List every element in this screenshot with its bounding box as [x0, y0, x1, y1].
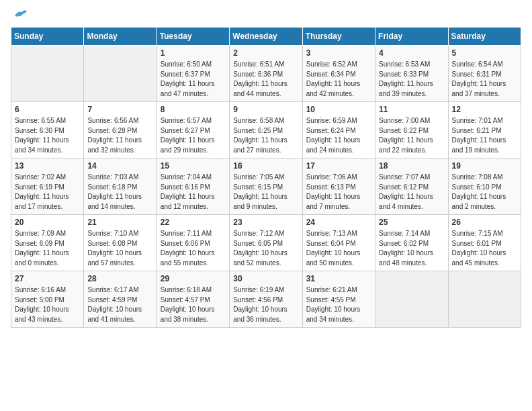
calendar-cell — [448, 271, 521, 328]
day-info: Sunrise: 7:15 AM Sunset: 6:01 PM Dayligh… — [452, 229, 517, 268]
calendar-cell — [11, 46, 84, 102]
day-number: 12 — [452, 105, 517, 114]
calendar-cell: 27Sunrise: 6:16 AM Sunset: 5:00 PM Dayli… — [11, 271, 84, 328]
calendar-cell: 11Sunrise: 7:00 AM Sunset: 6:22 PM Dayli… — [375, 102, 448, 158]
day-number: 30 — [233, 274, 298, 283]
day-info: Sunrise: 6:56 AM Sunset: 6:28 PM Dayligh… — [87, 116, 152, 155]
calendar-week-row: 13Sunrise: 7:02 AM Sunset: 6:19 PM Dayli… — [11, 158, 521, 215]
day-info: Sunrise: 6:21 AM Sunset: 4:55 PM Dayligh… — [306, 285, 371, 324]
calendar-cell: 24Sunrise: 7:13 AM Sunset: 6:04 PM Dayli… — [302, 215, 375, 271]
day-info: Sunrise: 7:12 AM Sunset: 6:05 PM Dayligh… — [233, 229, 298, 268]
calendar-cell: 5Sunrise: 6:54 AM Sunset: 6:31 PM Daylig… — [448, 46, 521, 102]
day-info: Sunrise: 7:05 AM Sunset: 6:15 PM Dayligh… — [233, 173, 298, 212]
day-info: Sunrise: 6:16 AM Sunset: 5:00 PM Dayligh… — [15, 285, 80, 324]
day-number: 29 — [161, 274, 226, 283]
calendar-cell: 4Sunrise: 6:53 AM Sunset: 6:33 PM Daylig… — [375, 46, 448, 102]
calendar-cell: 13Sunrise: 7:02 AM Sunset: 6:19 PM Dayli… — [11, 158, 84, 215]
day-number: 11 — [379, 105, 444, 114]
day-number: 4 — [379, 48, 444, 58]
day-number: 7 — [87, 105, 152, 114]
day-info: Sunrise: 7:00 AM Sunset: 6:22 PM Dayligh… — [379, 116, 444, 155]
calendar-cell: 22Sunrise: 7:11 AM Sunset: 6:06 PM Dayli… — [157, 215, 229, 271]
day-info: Sunrise: 6:18 AM Sunset: 4:57 PM Dayligh… — [161, 285, 226, 324]
day-number: 10 — [306, 105, 371, 114]
calendar-cell: 16Sunrise: 7:05 AM Sunset: 6:15 PM Dayli… — [230, 158, 302, 215]
day-info: Sunrise: 7:09 AM Sunset: 6:09 PM Dayligh… — [15, 229, 80, 268]
calendar-cell: 26Sunrise: 7:15 AM Sunset: 6:01 PM Dayli… — [448, 215, 521, 271]
day-info: Sunrise: 6:51 AM Sunset: 6:36 PM Dayligh… — [233, 60, 298, 99]
calendar-cell: 17Sunrise: 7:06 AM Sunset: 6:13 PM Dayli… — [302, 158, 375, 215]
calendar-cell: 30Sunrise: 6:19 AM Sunset: 4:56 PM Dayli… — [230, 271, 302, 328]
weekday-header-wednesday: Wednesday — [230, 28, 302, 46]
day-info: Sunrise: 7:02 AM Sunset: 6:19 PM Dayligh… — [15, 173, 80, 212]
day-number: 23 — [233, 218, 298, 227]
day-info: Sunrise: 7:07 AM Sunset: 6:12 PM Dayligh… — [379, 173, 444, 212]
day-number: 6 — [15, 105, 80, 114]
day-number: 14 — [87, 161, 152, 171]
calendar-cell: 31Sunrise: 6:21 AM Sunset: 4:55 PM Dayli… — [302, 271, 375, 328]
day-number: 28 — [87, 274, 152, 283]
calendar-week-row: 6Sunrise: 6:55 AM Sunset: 6:30 PM Daylig… — [11, 102, 521, 158]
calendar-cell: 29Sunrise: 6:18 AM Sunset: 4:57 PM Dayli… — [157, 271, 229, 328]
calendar-cell: 12Sunrise: 7:01 AM Sunset: 6:21 PM Dayli… — [448, 102, 521, 158]
day-info: Sunrise: 7:06 AM Sunset: 6:13 PM Dayligh… — [306, 173, 371, 212]
day-info: Sunrise: 7:14 AM Sunset: 6:02 PM Dayligh… — [379, 229, 444, 268]
day-info: Sunrise: 6:17 AM Sunset: 4:59 PM Dayligh… — [87, 285, 152, 324]
day-number: 3 — [306, 48, 371, 58]
calendar-cell: 10Sunrise: 6:59 AM Sunset: 6:24 PM Dayli… — [302, 102, 375, 158]
day-info: Sunrise: 6:50 AM Sunset: 6:37 PM Dayligh… — [161, 60, 226, 99]
calendar-week-row: 27Sunrise: 6:16 AM Sunset: 5:00 PM Dayli… — [11, 271, 521, 328]
calendar-cell: 25Sunrise: 7:14 AM Sunset: 6:02 PM Dayli… — [375, 215, 448, 271]
calendar-cell: 23Sunrise: 7:12 AM Sunset: 6:05 PM Dayli… — [230, 215, 302, 271]
day-info: Sunrise: 6:57 AM Sunset: 6:27 PM Dayligh… — [161, 116, 226, 155]
calendar-cell: 3Sunrise: 6:52 AM Sunset: 6:34 PM Daylig… — [302, 46, 375, 102]
calendar-cell: 7Sunrise: 6:56 AM Sunset: 6:28 PM Daylig… — [84, 102, 157, 158]
calendar-week-row: 1Sunrise: 6:50 AM Sunset: 6:37 PM Daylig… — [11, 46, 521, 102]
day-info: Sunrise: 6:59 AM Sunset: 6:24 PM Dayligh… — [306, 116, 371, 155]
calendar-table: SundayMondayTuesdayWednesdayThursdayFrid… — [11, 27, 521, 328]
day-number: 25 — [379, 218, 444, 227]
weekday-header-thursday: Thursday — [302, 28, 375, 46]
day-number: 2 — [233, 48, 298, 58]
day-number: 27 — [15, 274, 80, 283]
day-info: Sunrise: 6:58 AM Sunset: 6:25 PM Dayligh… — [233, 116, 298, 155]
day-info: Sunrise: 7:13 AM Sunset: 6:04 PM Dayligh… — [306, 229, 371, 268]
day-number: 31 — [306, 274, 371, 283]
day-info: Sunrise: 6:54 AM Sunset: 6:31 PM Dayligh… — [452, 60, 517, 99]
calendar-week-row: 20Sunrise: 7:09 AM Sunset: 6:09 PM Dayli… — [11, 215, 521, 271]
page-header — [11, 11, 521, 20]
calendar-cell: 1Sunrise: 6:50 AM Sunset: 6:37 PM Daylig… — [157, 46, 229, 102]
calendar-cell: 8Sunrise: 6:57 AM Sunset: 6:27 PM Daylig… — [157, 102, 229, 158]
day-info: Sunrise: 6:55 AM Sunset: 6:30 PM Dayligh… — [15, 116, 80, 155]
weekday-header-monday: Monday — [84, 28, 157, 46]
calendar-cell: 14Sunrise: 7:03 AM Sunset: 6:18 PM Dayli… — [84, 158, 157, 215]
day-info: Sunrise: 7:01 AM Sunset: 6:21 PM Dayligh… — [452, 116, 517, 155]
day-number: 5 — [452, 48, 517, 58]
day-number: 1 — [161, 48, 226, 58]
calendar-cell: 6Sunrise: 6:55 AM Sunset: 6:30 PM Daylig… — [11, 102, 84, 158]
day-number: 16 — [233, 161, 298, 171]
day-number: 9 — [233, 105, 298, 114]
day-info: Sunrise: 6:19 AM Sunset: 4:56 PM Dayligh… — [233, 285, 298, 324]
calendar-cell: 2Sunrise: 6:51 AM Sunset: 6:36 PM Daylig… — [230, 46, 302, 102]
day-number: 20 — [15, 218, 80, 227]
day-number: 26 — [452, 218, 517, 227]
day-number: 17 — [306, 161, 371, 171]
day-number: 8 — [161, 105, 226, 114]
logo-bird-icon — [13, 8, 28, 20]
day-number: 21 — [87, 218, 152, 227]
calendar-cell — [375, 271, 448, 328]
calendar-cell: 15Sunrise: 7:04 AM Sunset: 6:16 PM Dayli… — [157, 158, 229, 215]
day-info: Sunrise: 7:10 AM Sunset: 6:08 PM Dayligh… — [87, 229, 152, 268]
day-number: 19 — [452, 161, 517, 171]
day-number: 13 — [15, 161, 80, 171]
day-number: 18 — [379, 161, 444, 171]
day-info: Sunrise: 6:52 AM Sunset: 6:34 PM Dayligh… — [306, 60, 371, 99]
day-info: Sunrise: 7:04 AM Sunset: 6:16 PM Dayligh… — [161, 173, 226, 212]
day-info: Sunrise: 7:03 AM Sunset: 6:18 PM Dayligh… — [87, 173, 152, 212]
weekday-header-sunday: Sunday — [11, 28, 84, 46]
day-info: Sunrise: 7:08 AM Sunset: 6:10 PM Dayligh… — [452, 173, 517, 212]
day-number: 15 — [161, 161, 226, 171]
calendar-cell: 21Sunrise: 7:10 AM Sunset: 6:08 PM Dayli… — [84, 215, 157, 271]
day-number: 24 — [306, 218, 371, 227]
